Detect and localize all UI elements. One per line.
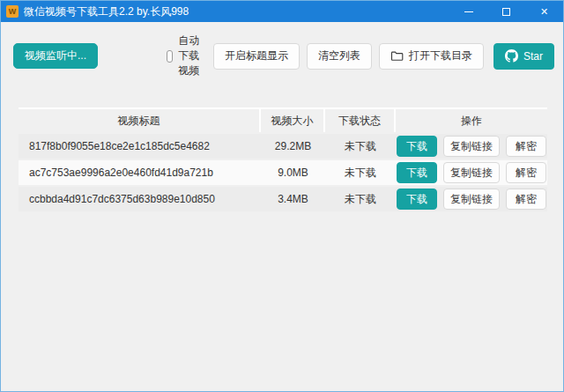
table-body: 817f8b0f9055e18ce2e1c185dc5e4682 29.2MB … [19,134,547,211]
download-button[interactable]: 下载 [397,162,437,183]
video-size-cell: 29.2MB [261,140,325,152]
clear-list-button[interactable]: 清空列表 [307,43,372,70]
table-row: ccbbda4d91c7dc6375d63b989e10d850 3.4MB 未… [19,187,547,211]
video-size-cell: 3.4MB [261,193,325,205]
close-icon: ✕ [540,7,548,17]
video-table: 视频标题 视频大小 下载状态 操作 817f8b0f9055e18ce2e1c1… [19,107,547,211]
copy-link-button[interactable]: 复制链接 [443,162,500,183]
app-icon: W [6,5,19,18]
maximize-button[interactable] [487,1,525,22]
video-title-cell: 817f8b0f9055e18ce2e1c185dc5e4682 [19,140,261,152]
header-video-title: 视频标题 [19,109,261,132]
decrypt-button[interactable]: 解密 [506,136,546,157]
copy-link-button[interactable]: 复制链接 [443,189,500,210]
decrypt-button[interactable]: 解密 [506,189,546,210]
minimize-icon [464,11,473,12]
github-icon [505,49,518,63]
header-actions: 操作 [396,109,547,132]
video-title-cell: ccbbda4d91c7dc6375d63b989e10d850 [19,193,261,205]
download-status-cell: 未下载 [325,166,396,181]
row-actions: 下载 复制链接 解密 [396,162,547,183]
video-title-cell: ac7c753ae9996a2e0e460fd41d9a721b [19,166,261,179]
download-status-cell: 未下载 [325,192,396,207]
open-download-dir-button[interactable]: 打开下载目录 [379,43,484,70]
window-controls: ✕ [449,1,563,22]
download-status-cell: 未下载 [325,139,396,154]
table-row: 817f8b0f9055e18ce2e1c185dc5e4682 29.2MB … [19,134,547,159]
copy-link-button[interactable]: 复制链接 [443,136,500,157]
download-button[interactable]: 下载 [397,136,437,157]
header-download-status: 下载状态 [325,109,396,132]
folder-icon [390,49,404,63]
close-button[interactable]: ✕ [525,1,563,22]
table-header: 视频标题 视频大小 下载状态 操作 [19,107,547,132]
table-row: ac7c753ae9996a2e0e460fd41d9a721b 9.0MB 未… [19,160,547,185]
video-size-cell: 9.0MB [261,166,325,179]
row-actions: 下载 复制链接 解密 [396,189,547,210]
titlebar: W 微信视频号下载工具2.2 by.长风998 ✕ [1,1,563,22]
toolbar: 视频监听中... 自动下载视频 开启标题显示 清空列表 打开下载目录 Star [13,33,554,78]
auto-download-group: 自动下载视频 [167,33,206,78]
download-button[interactable]: 下载 [397,189,437,210]
minimize-button[interactable] [449,1,487,22]
open-download-dir-label: 打开下载目录 [409,48,472,63]
decrypt-button[interactable]: 解密 [506,162,546,183]
row-actions: 下载 复制链接 解密 [396,136,547,157]
github-star-label: Star [523,50,543,63]
listening-status-button[interactable]: 视频监听中... [13,43,98,69]
auto-download-label: 自动下载视频 [178,33,206,78]
header-video-size: 视频大小 [261,109,325,132]
window-title: 微信视频号下载工具2.2 by.长风998 [24,4,189,19]
maximize-icon [502,8,510,16]
app-window: W 微信视频号下载工具2.2 by.长风998 ✕ 视频监听中... 自动下载视… [0,0,564,392]
enable-title-display-button[interactable]: 开启标题显示 [213,43,300,70]
auto-download-checkbox[interactable] [167,50,173,63]
github-star-button[interactable]: Star [494,43,554,70]
